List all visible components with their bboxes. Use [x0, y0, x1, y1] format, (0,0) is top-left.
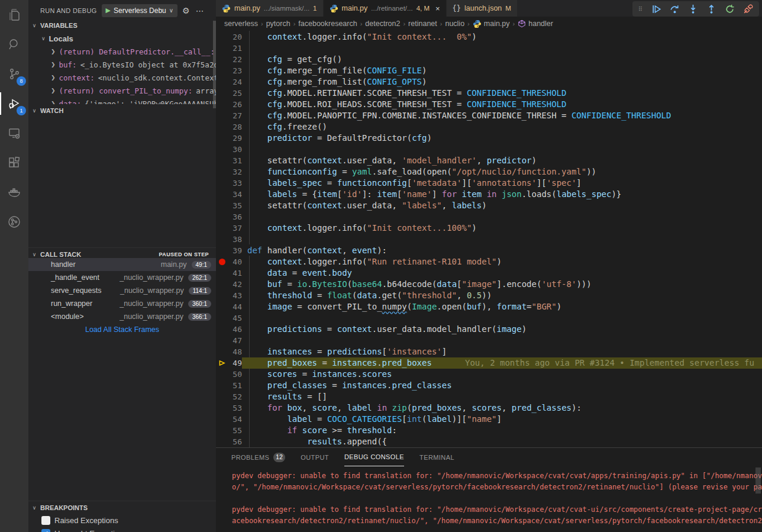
code-line-27[interactable]: 27 cfg.MODEL.PANOPTIC_FPN.COMBINE.INSTAN… — [216, 110, 762, 121]
code-line-25[interactable]: 25 cfg.MODEL.RETINANET.SCORE_THRESH_TEST… — [216, 88, 762, 99]
code-line-37[interactable]: 37 context.logger.info("Init context...1… — [216, 223, 762, 234]
code-line-34[interactable]: 34 labels = {item['id']: item['name'] fo… — [216, 189, 762, 200]
breadcrumb-item[interactable]: detectron2 — [365, 20, 400, 28]
token — [247, 369, 267, 379]
tab-launch-json-2[interactable]: {}launch.jsonM — [447, 0, 518, 17]
panel-tab-problems[interactable]: PROBLEMS12 — [231, 448, 285, 466]
code-line-44[interactable]: 44 image = convert_PIL_to_numpy(Image.op… — [216, 301, 762, 312]
checkbox-unchecked[interactable] — [41, 516, 50, 525]
gear-icon[interactable]: ⚙ — [182, 6, 190, 15]
breakpoint-glyph[interactable] — [216, 256, 228, 267]
extensions-icon[interactable] — [0, 148, 28, 178]
step-over-icon[interactable] — [670, 4, 680, 14]
token: ): — [377, 246, 387, 255]
code-line-53[interactable]: 53 for box, score, label in zip(pred_box… — [216, 402, 762, 414]
breadcrumb-item[interactable]: handler — [518, 20, 553, 28]
code-line-41[interactable]: 41 data = event.body — [216, 267, 762, 279]
code-line-55[interactable]: 55 if score >= threshold: — [216, 425, 762, 436]
breadcrumb-item[interactable]: serverless — [224, 20, 258, 28]
token: [ — [457, 279, 461, 289]
disconnect-icon[interactable] — [743, 4, 753, 14]
stack-frame-row[interactable]: _handle_event_nuclio_wrapper.py262:1 — [28, 271, 216, 284]
code-line-50[interactable]: 50 scores = instances.scores — [216, 369, 762, 380]
code-line-38[interactable]: 38 — [216, 234, 762, 245]
stack-frame-row[interactable]: run_wrapper_nuclio_wrapper.py360:1 — [28, 297, 216, 310]
code-line-23[interactable]: 23 cfg.merge_from_file(CONFIG_FILE) — [216, 65, 762, 76]
breadcrumb-item[interactable]: pytorch — [266, 20, 290, 28]
console-scrollbar[interactable] — [755, 467, 761, 494]
code-line-54[interactable]: 54 label = COCO_CATEGORIES[int(label)]["… — [216, 414, 762, 425]
load-all-stack-frames-link[interactable]: Load All Stack Frames — [28, 323, 216, 336]
variable-row[interactable]: ❯context:<nuclio_sdk.context.Context obj… — [28, 71, 216, 84]
panel-tab-output[interactable]: OUTPUT — [301, 448, 329, 466]
code-line-45[interactable]: 45 — [216, 312, 762, 324]
variable-row[interactable]: ❯buf:<_io.BytesIO object at 0x7f5a2dc1ec… — [28, 58, 216, 71]
stack-frame-row[interactable]: <module>_nuclio_wrapper.py366:1 — [28, 310, 216, 323]
code-line-56[interactable]: 56 results.append({ — [216, 436, 762, 447]
breakpoint-row[interactable]: ✓Uncaught Exceptions — [28, 527, 216, 532]
debug-config-dropdown[interactable]: ▶ Serverless Debu ∨ — [102, 4, 178, 17]
more-actions-icon[interactable]: ⋯ — [196, 6, 204, 15]
code-line-21[interactable]: 21 — [216, 43, 762, 54]
tab-main-py-1[interactable]: main.py.../retinanet/...4, M× — [324, 0, 447, 17]
glyph-margin — [216, 31, 228, 43]
variable-row[interactable]: ❯(return) DefaultPredictor.__call__:{'in… — [28, 45, 216, 58]
code-line-32[interactable]: 32 functionconfig = yaml.safe_load(open(… — [216, 166, 762, 178]
code-line-22[interactable]: 22 cfg = get_cfg() — [216, 54, 762, 65]
code-line-42[interactable]: 42 buf = io.BytesIO(base64.b64decode(dat… — [216, 279, 762, 290]
code-line-43[interactable]: 43 threshold = float(data.get("threshold… — [216, 290, 762, 301]
close-icon[interactable]: × — [435, 4, 440, 13]
step-out-icon[interactable] — [706, 4, 716, 14]
code-line-24[interactable]: 24 cfg.merge_from_list(CONFIG_OPTS) — [216, 76, 762, 88]
code-line-40[interactable]: 40 context.logger.info("Run retinanet-R1… — [216, 256, 762, 267]
stack-frame-row[interactable]: handlermain.py49:1 — [28, 258, 216, 271]
docker-icon[interactable] — [0, 178, 28, 207]
code-line-52[interactable]: 52 results = [] — [216, 391, 762, 402]
code-line-36[interactable]: 36 — [216, 211, 762, 223]
code-line-33[interactable]: 33 labels_spec = functionconfig['metadat… — [216, 178, 762, 189]
breadcrumb-item[interactable]: nuclio — [445, 20, 464, 28]
code-line-20[interactable]: 20 context.logger.info("Init context... … — [216, 31, 762, 43]
code-line-47[interactable]: 47 — [216, 335, 762, 346]
variable-row[interactable]: ❯(return) convert_PIL_to_numpy:array([[[… — [28, 84, 216, 97]
git-graph-icon[interactable] — [0, 207, 28, 237]
tab-main-py-0[interactable]: main.py.../siammask/...1 — [216, 0, 324, 17]
code-line-26[interactable]: 26 cfg.MODEL.ROI_HEADS.SCORE_THRESH_TEST… — [216, 99, 762, 110]
code-line-30[interactable]: 30 — [216, 144, 762, 155]
panel-tab-terminal[interactable]: TERMINAL — [419, 448, 454, 466]
start-debug-icon[interactable]: ▶ — [106, 7, 111, 14]
code-line-39[interactable]: 39def handler(context, event): — [216, 245, 762, 256]
breakpoint-row[interactable]: Raised Exceptions — [28, 514, 216, 527]
breadcrumb-item[interactable]: main.py — [473, 20, 510, 28]
toolbar-drag-handle[interactable]: ⠿ — [638, 8, 643, 11]
variables-scope[interactable]: ∨Locals — [28, 32, 216, 45]
variable-row[interactable]: ❯data:{'image': 'iVBORw0KGgoAAAANSUhE… — [28, 97, 216, 104]
breadcrumb-item[interactable]: facebookresearch — [298, 20, 357, 28]
source-control-icon[interactable]: 8 — [0, 59, 28, 89]
stack-frame-row[interactable]: serve_requests_nuclio_wrapper.py114:1 — [28, 284, 216, 297]
code-line-48[interactable]: 48 instances = predictions['instances'] — [216, 346, 762, 357]
code-line-49[interactable]: 49 pred_boxes = instances.pred_boxesYou,… — [216, 357, 762, 369]
code-line-46[interactable]: 46 predictions = context.user_data.model… — [216, 324, 762, 335]
variables-header[interactable]: ∨ VARIABLES — [28, 19, 216, 32]
code-line-31[interactable]: 31 setattr(context.user_data, 'model_han… — [216, 155, 762, 166]
panel-tab-debug-console[interactable]: DEBUG CONSOLE — [344, 448, 404, 466]
code-line-35[interactable]: 35 setattr(context.user_data, "labels", … — [216, 200, 762, 211]
continue-icon[interactable] — [651, 4, 661, 14]
breadcrumb-item[interactable]: retinanet — [408, 20, 437, 28]
checkbox-checked[interactable]: ✓ — [41, 529, 50, 532]
code-line-28[interactable]: 28 cfg.freeze() — [216, 121, 762, 133]
token: .MODEL.PANOPTIC_FPN.COMBINE.INSTANCES_CO… — [282, 111, 572, 120]
explorer-icon[interactable] — [0, 0, 28, 30]
watch-header[interactable]: ∨ WATCH — [28, 104, 216, 117]
step-into-icon[interactable] — [688, 4, 698, 14]
remote-explorer-icon[interactable] — [0, 118, 28, 148]
breadcrumb-label: main.py — [484, 20, 510, 28]
code-line-51[interactable]: 51 pred_classes = instances.pred_classes — [216, 380, 762, 391]
restart-icon[interactable] — [725, 4, 735, 14]
code-line-29[interactable]: 29 predictor = DefaultPredictor(cfg) — [216, 133, 762, 144]
search-icon[interactable] — [0, 30, 28, 59]
breakpoints-header[interactable]: ∨ BREAKPOINTS — [28, 501, 216, 514]
code-editor[interactable]: 20 context.logger.info("Init context... … — [216, 31, 762, 447]
run-and-debug-icon[interactable]: 1 — [0, 89, 28, 118]
